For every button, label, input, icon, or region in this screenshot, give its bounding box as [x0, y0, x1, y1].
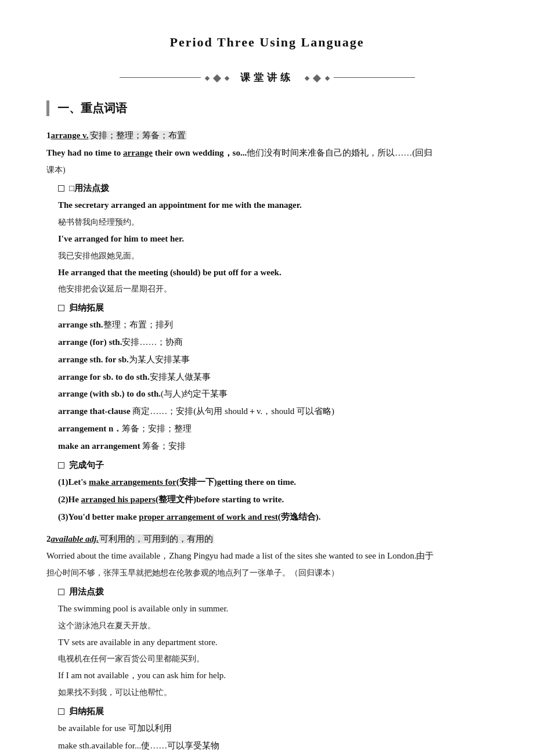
- word1-num: 1: [46, 131, 51, 140]
- comp-2-blank: arranged his papers: [81, 495, 156, 504]
- main-title: Period Three Using Language: [46, 35, 488, 50]
- comp-3-text: (3)You'd better make proper arrangement …: [58, 512, 321, 521]
- comp-2: (2)He arranged his papers(整理文件)before st…: [58, 492, 488, 508]
- word2-num: 2: [46, 534, 51, 543]
- word1-completion-items: (1)Let's make arrangements for(安排一下)gett…: [58, 474, 488, 525]
- word2-expansion-sq-icon: [58, 708, 64, 715]
- exp-item-8: make an arrangement 筹备；安排: [58, 438, 488, 455]
- exp-item-1-text: arrange sth.: [58, 320, 103, 329]
- ornament-right-diamond: [313, 74, 321, 82]
- word2-usage-ex2-en: TV sets are available in any department …: [58, 635, 488, 651]
- title-text: Period Three Using Language: [170, 35, 365, 49]
- word1-expansion-heading: 归纳拓展: [58, 300, 488, 316]
- usage-ex1-cn: 秘书替我向经理预约。: [58, 215, 488, 230]
- comp-1: (1)Let's make arrangements for(安排一下)gett…: [58, 474, 488, 491]
- divider-line-right: [334, 77, 415, 78]
- exp-item-7-text: arrangement n．: [58, 424, 122, 433]
- word2-example-cn: 由于: [416, 551, 434, 560]
- ornament-right-small: [305, 75, 309, 80]
- divider-line-left: [120, 77, 201, 78]
- word2-exp-2: make sth.available for...使……可以享受某物: [58, 738, 488, 754]
- word1-example-cn2: 课本): [46, 163, 488, 178]
- word1-definition: 安排；整理；筹备；布置: [89, 131, 187, 140]
- word1-word: arrange v.: [51, 131, 89, 140]
- word2-usage-ex3-en: If I am not available，you can ask him fo…: [58, 668, 488, 684]
- exp-item-7: arrangement n．筹备；安排；整理: [58, 421, 488, 437]
- usage-ex1-en: The secretary arranged an appointment fo…: [58, 197, 488, 214]
- comp-3-blank: proper arrangement of work and rest: [139, 512, 278, 521]
- word1-example-cn: 他们没有时间来准备自己的婚礼，所以……(回归: [247, 148, 432, 157]
- exp-item-6: arrange that-clause 商定……；安排(从句用 should＋v…: [58, 404, 488, 420]
- section-divider: 课堂讲练: [46, 71, 488, 84]
- comp-3: (3)You'd better make proper arrangement …: [58, 509, 488, 525]
- usage-ex2-cn: 我已安排他跟她见面。: [58, 249, 488, 264]
- word2-usage-examples: The swimming pool is available only in s…: [58, 601, 488, 700]
- exp-item-4-text: arrange for sb. to do sth.: [58, 372, 150, 381]
- word1-usage-heading-text: □用法点拨: [69, 181, 109, 196]
- comp-2-text: (2)He arranged his papers(整理文件)before st…: [58, 495, 284, 504]
- word2-word: available: [51, 534, 86, 543]
- exp-item-8-text: make an arrangement: [58, 441, 140, 451]
- page-container: Period Three Using Language 课堂讲练 一、重点词语 …: [46, 35, 488, 756]
- word2-usage-ex1-en: The swimming pool is available only in s…: [58, 601, 488, 617]
- exp-item-5: arrange (with sb.) to do sth.(与人)约定干某事: [58, 386, 488, 402]
- section1-heading-banner: 一、重点词语: [46, 100, 488, 116]
- word2-block: 2available adj.可利用的，可用到的，有用的 Worried abo…: [46, 531, 488, 756]
- word1-arrange-underline: arrange: [123, 148, 153, 157]
- word2-usage-sq-icon: [58, 589, 64, 595]
- word2-usage-heading: 用法点拨: [58, 584, 488, 600]
- usage-sq-icon: [58, 185, 64, 192]
- word2-expansion-items: be available for use 可加以利用 make sth.avai…: [58, 721, 488, 756]
- word2-expansion-heading: 归纳拓展: [58, 704, 488, 719]
- exp-item-2: arrange (for) sth.安排……；协商: [58, 334, 488, 351]
- word2-exp-1: be available for use 可加以利用: [58, 721, 488, 737]
- ornament-left-diamond: [213, 74, 221, 82]
- usage-ex3-en-text: He arranged that the meeting (should) be…: [58, 268, 282, 277]
- exp-item-3: arrange sth. for sb.为某人安排某事: [58, 352, 488, 368]
- word2-pos: adj.: [85, 534, 99, 543]
- usage-ex1-en-text: The secretary arranged an appointment fo…: [58, 200, 302, 210]
- word1-example-en: They had no time to arrange their own we…: [46, 145, 488, 161]
- word2-usage-ex2-cn: 电视机在任何一家百货公司里都能买到。: [58, 651, 488, 667]
- usage-ex3-en: He arranged that the meeting (should) be…: [58, 265, 488, 281]
- ornament-right-small2: [324, 75, 329, 80]
- comp-1-text: (1)Let's make arrangements for(安排一下)gett…: [58, 477, 296, 487]
- exp-item-1: arrange sth.整理；布置；排列: [58, 317, 488, 333]
- expansion-sq-icon: [58, 305, 64, 311]
- word1-example-en-text: They had no time to arrange their own we…: [46, 148, 247, 157]
- usage-ex2-en-text: I've arranged for him to meet her.: [58, 234, 184, 243]
- word1-header: 1arrange v.安排；整理；筹备；布置: [46, 128, 488, 144]
- word2-definition: 可利用的，可用到的，有用的: [99, 534, 214, 543]
- word1-block: 1arrange v.安排；整理；筹备；布置 They had no time …: [46, 128, 488, 525]
- completion-sq-icon: [58, 462, 64, 469]
- exp-item-4: arrange for sb. to do sth.安排某人做某事: [58, 369, 488, 386]
- word2-usage-ex3-cn: 如果找不到我，可以让他帮忙。: [58, 685, 488, 700]
- comp-1-blank: make arrangements for: [89, 477, 176, 487]
- exp-item-6-text: arrange that-clause: [58, 406, 131, 416]
- word2-example-cn2: 担心时间不够，张萍玉早就把她想在伦敦参观的地点列了一张单子。（回归课本）: [46, 566, 488, 581]
- word2-usage-ex1-cn: 这个游泳池只在夏天开放。: [58, 618, 488, 633]
- usage-ex3-cn: 他安排把会议延后一星期召开。: [58, 282, 488, 297]
- word1-completion-heading-text: 完成句子: [69, 458, 104, 473]
- word1-expansion-items: arrange sth.整理；布置；排列 arrange (for) sth.安…: [58, 317, 488, 454]
- word2-usage-heading-text: 用法点拨: [69, 584, 104, 600]
- exp-item-5-text: arrange (with sb.) to do sth.: [58, 389, 161, 398]
- word2-expansion-heading-text: 归纳拓展: [69, 704, 104, 719]
- usage-ex2-en: I've arranged for him to meet her.: [58, 231, 488, 247]
- ornament-left-small: [204, 75, 209, 80]
- ornament-left-small2: [225, 75, 229, 80]
- word1-usage-heading: □用法点拨: [58, 181, 488, 196]
- word1-completion-heading: 完成句子: [58, 458, 488, 473]
- word2-header: 2available adj.可利用的，可用到的，有用的: [46, 531, 488, 548]
- word2-example-en: Worried about the time available，Zhang P…: [46, 548, 488, 564]
- exp-item-3-text: arrange sth. for sb.: [58, 355, 129, 364]
- exp-item-2-text: arrange (for) sth.: [58, 337, 122, 347]
- word1-usage-examples: The secretary arranged an appointment fo…: [58, 197, 488, 297]
- word1-expansion-heading-text: 归纳拓展: [69, 300, 104, 316]
- section1-heading-text: 一、重点词语: [57, 100, 127, 116]
- divider-label: 课堂讲练: [240, 71, 294, 84]
